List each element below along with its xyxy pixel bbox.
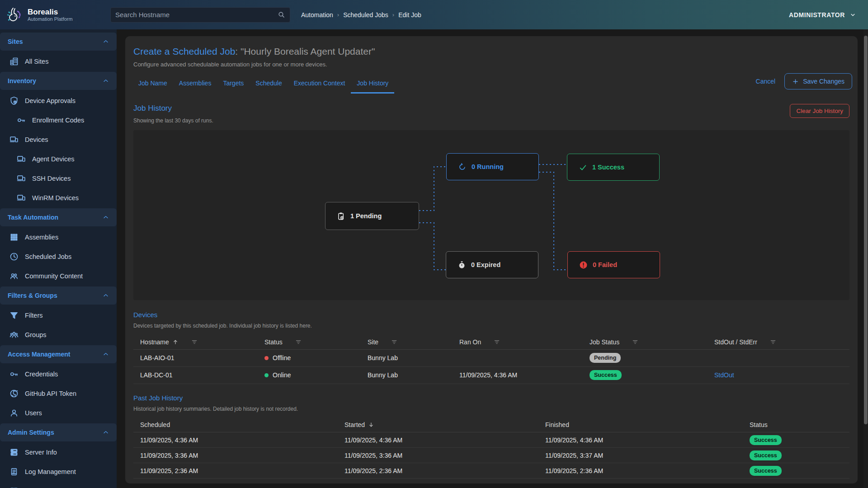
sidebar-section-label: Inventory (8, 77, 36, 84)
sidebar-item-agent-devices[interactable]: Agent Devices (0, 149, 117, 169)
flow-node-label: 1 Pending (350, 212, 382, 220)
tab-job-name[interactable]: Job Name (132, 77, 173, 94)
sidebar-item-github-api-token[interactable]: GitHub API Token (0, 384, 117, 403)
sidebar-item-winrm-devices[interactable]: WinRM Devices (0, 188, 117, 207)
layout-icon (9, 487, 19, 488)
brand-subtitle: Automation Platform (28, 16, 73, 22)
clear-job-history-button[interactable]: Clear Job History (790, 104, 849, 118)
chevron-up-icon (103, 214, 109, 221)
stdout-link[interactable]: StdOut (714, 371, 734, 379)
column-header-status[interactable]: Status (750, 418, 849, 432)
tab-job-history[interactable]: Job History (351, 77, 394, 94)
sidebar-item-credentials[interactable]: Credentials (0, 364, 117, 384)
sidebar-item-label: Users (25, 409, 42, 417)
clock-icon (9, 252, 19, 261)
grid-icon (9, 233, 19, 242)
sidebar-section-inventory[interactable]: Inventory (0, 72, 117, 90)
page-scrollbar[interactable] (863, 29, 868, 488)
flow-node-failed: 0 Failed (567, 251, 660, 278)
breadcrumb-item-automation[interactable]: Automation (301, 11, 333, 19)
filter-icon[interactable] (391, 339, 397, 345)
column-header-hostname[interactable]: Hostname (133, 335, 264, 349)
sidebar-section-label: Sites (8, 38, 23, 45)
filter-icon[interactable] (191, 339, 198, 345)
sidebar-item-devices[interactable]: Devices (0, 130, 117, 149)
shield-icon (9, 96, 19, 105)
user-menu[interactable]: ADMINISTRATOR (789, 11, 856, 19)
tab-execution-context[interactable]: Execution Context (288, 77, 351, 94)
column-label: Site (368, 338, 378, 346)
sidebar-item-server-info[interactable]: Server Info (0, 442, 117, 462)
sidebar-item-page-template[interactable]: Page Template (0, 481, 117, 488)
breadcrumb-item-scheduled-jobs[interactable]: Scheduled Jobs (343, 11, 388, 19)
status-badge: Pending (590, 353, 621, 363)
column-label: Status (264, 338, 283, 346)
sidebar-item-assemblies[interactable]: Assemblies (0, 227, 117, 247)
sidebar-section-sites[interactable]: Sites (0, 33, 117, 51)
cell-started: 11/09/2025, 2:36 AM (344, 463, 545, 479)
sidebar-section-task-automation[interactable]: Task Automation (0, 208, 117, 226)
column-header-site[interactable]: Site (368, 335, 459, 349)
column-header-stdout-stderr[interactable]: StdOut / StdErr (714, 335, 849, 349)
app-logo: Borealis Automation Platform (0, 6, 110, 24)
sidebar-item-enrollment-codes[interactable]: Enrollment Codes (0, 110, 117, 130)
search-box[interactable] (110, 7, 290, 23)
chevron-up-icon (103, 292, 109, 299)
sort-desc-icon (368, 422, 374, 428)
column-header-started[interactable]: Started (344, 418, 545, 432)
sidebar: SitesAll SitesInventoryDevice ApprovalsE… (0, 29, 117, 488)
breadcrumb: Automation›Scheduled Jobs›Edit Job (301, 11, 421, 19)
search-input[interactable] (115, 11, 278, 19)
job-history-heading: Job History (133, 104, 213, 113)
sidebar-item-community-content[interactable]: Community Content (0, 266, 117, 286)
cell-hostname: LAB-DC-01 (133, 366, 264, 384)
cancel-button[interactable]: Cancel (756, 78, 776, 85)
flow-node-label: 0 Running (472, 163, 504, 170)
cell-status: Success (750, 432, 849, 448)
key-icon (17, 116, 26, 125)
cell-stdout (714, 349, 849, 366)
column-header-job-status[interactable]: Job Status (590, 335, 714, 349)
filter-icon[interactable] (632, 339, 638, 345)
column-header-scheduled[interactable]: Scheduled (133, 418, 344, 432)
chevron-up-icon (103, 78, 109, 84)
table-row: LAB-DC-01OnlineBunny Lab11/09/2025, 4:36… (133, 366, 849, 384)
devices-table-header: HostnameStatusSiteRan OnJob StatusStdOut… (133, 335, 849, 349)
sidebar-item-device-approvals[interactable]: Device Approvals (0, 91, 117, 110)
filter-icon[interactable] (494, 339, 500, 345)
cell-scheduled: 11/09/2025, 4:36 AM (133, 432, 344, 448)
tab-targets[interactable]: Targets (217, 77, 250, 94)
scrollbar-thumb[interactable] (864, 36, 868, 424)
sidebar-section-filters-groups[interactable]: Filters & Groups (0, 286, 117, 305)
sidebar-section-admin-settings[interactable]: Admin Settings (0, 423, 117, 441)
sidebar-item-ssh-devices[interactable]: SSH Devices (0, 169, 117, 188)
sidebar-item-scheduled-jobs[interactable]: Scheduled Jobs (0, 247, 117, 266)
column-header-ran-on[interactable]: Ran On (459, 335, 590, 349)
groups-icon (9, 330, 19, 339)
save-changes-button[interactable]: Save Changes (784, 73, 852, 89)
sidebar-section-access-management[interactable]: Access Management (0, 345, 117, 363)
flow-node-label: 0 Failed (593, 261, 617, 268)
tab-assemblies[interactable]: Assemblies (173, 77, 217, 94)
breadcrumb-item-edit-job[interactable]: Edit Job (398, 11, 421, 19)
page-title-job-name: : "Hourly Borealis Agent Updater" (235, 46, 375, 56)
sidebar-item-label: Device Approvals (25, 97, 75, 104)
sidebar-item-groups[interactable]: Groups (0, 325, 117, 344)
sidebar-item-log-management[interactable]: Log Management (0, 462, 117, 481)
column-header-finished[interactable]: Finished (545, 418, 750, 432)
sidebar-item-filters[interactable]: Filters (0, 305, 117, 325)
cell-scheduled: 11/09/2025, 3:36 AM (133, 448, 344, 463)
log-icon (9, 467, 19, 476)
filter-icon[interactable] (770, 339, 776, 345)
sidebar-item-users[interactable]: Users (0, 403, 117, 422)
cell-ran-on (459, 349, 590, 366)
column-header-status[interactable]: Status (264, 335, 368, 349)
sidebar-item-all-sites[interactable]: All Sites (0, 52, 117, 71)
sidebar-item-label: GitHub API Token (25, 390, 76, 397)
brand-name: Borealis (28, 8, 73, 17)
filter-icon[interactable] (295, 339, 302, 345)
tab-schedule[interactable]: Schedule (250, 77, 288, 94)
sidebar-item-label: Log Management (25, 468, 76, 475)
cell-site: Bunny Lab (368, 349, 459, 366)
devices-icon (17, 174, 26, 183)
